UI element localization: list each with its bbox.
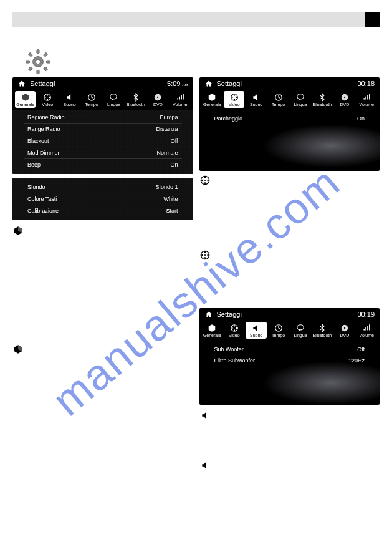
tab-row: Generale Video Suono Tempo Lingua Blueto… — [12, 90, 193, 110]
body-paragraph: . — [216, 460, 218, 469]
tab-tempo[interactable]: Tempo — [268, 91, 289, 108]
setting-row[interactable]: Colore TastiWhite — [24, 193, 182, 205]
setting-row[interactable]: Filtro Subwoofer120Hz — [211, 355, 369, 366]
svg-point-23 — [231, 97, 232, 98]
setting-row[interactable]: BeepOn — [24, 159, 182, 170]
settings-list: Regione RadioEuropa Range RadioDistanza … — [12, 110, 193, 174]
tab-bluetooth[interactable]: Bluetooth — [312, 322, 333, 339]
svg-rect-5 — [28, 52, 32, 57]
svg-point-37 — [204, 257, 206, 259]
setting-row[interactable]: Range RadioDistanza — [24, 124, 182, 135]
svg-rect-3 — [26, 61, 30, 63]
home-icon[interactable] — [17, 80, 26, 87]
svg-point-44 — [231, 327, 232, 329]
cube-icon — [12, 225, 24, 236]
setting-row[interactable]: ParcheggioOn — [211, 113, 369, 124]
tab-tempo[interactable]: Tempo — [268, 322, 289, 339]
setting-row[interactable]: BlackoutOff — [24, 135, 182, 147]
screenshot-generale-settings: Settaggi 5:09 AM Generale Video Suono Te… — [12, 77, 193, 174]
svg-point-46 — [297, 325, 304, 330]
svg-rect-7 — [28, 67, 32, 71]
speaker-icon — [199, 460, 211, 471]
tab-dvd[interactable]: DVD — [334, 322, 355, 339]
screen-time: 00:19 — [357, 311, 375, 318]
svg-rect-4 — [46, 61, 50, 63]
svg-point-32 — [201, 180, 203, 182]
screen-time: 00:18 — [357, 80, 375, 87]
svg-point-22 — [233, 99, 234, 100]
tab-volume[interactable]: Volume — [356, 91, 377, 108]
settings-list: SfondoSfondo 1 Colore TastiWhite Calibra… — [12, 178, 193, 220]
screen-title: Settaggi — [30, 80, 167, 87]
tab-generale[interactable]: Generale — [15, 91, 36, 108]
svg-point-36 — [207, 254, 209, 256]
svg-point-12 — [49, 97, 50, 98]
screenshot-generale-settings-lower: SfondoSfondo 1 Colore TastiWhite Calibra… — [12, 178, 193, 220]
svg-point-31 — [204, 182, 206, 184]
film-reel-icon — [199, 175, 211, 186]
body-paragraph: . — [216, 249, 218, 259]
tab-volume[interactable]: Volume — [170, 91, 190, 108]
body-paragraph: . — [29, 344, 31, 353]
body-paragraph: . — [216, 410, 218, 419]
setting-row[interactable]: Regione RadioEuropa — [24, 112, 182, 124]
tab-generale[interactable]: Generale — [202, 91, 222, 108]
tab-video[interactable]: Video — [224, 322, 244, 339]
screen-title: Settaggi — [217, 80, 358, 87]
tab-bluetooth[interactable]: Bluetooth — [125, 91, 146, 108]
tab-lingua[interactable]: Lingua — [290, 322, 310, 339]
gear-icon — [25, 49, 51, 77]
svg-point-14 — [44, 97, 45, 98]
tab-lingua[interactable]: Lingua — [290, 91, 310, 108]
home-icon[interactable] — [204, 80, 213, 87]
svg-point-42 — [236, 327, 237, 329]
svg-point-21 — [236, 97, 237, 98]
setting-row[interactable]: SfondoSfondo 1 — [24, 182, 182, 193]
tab-tempo[interactable]: Tempo — [81, 91, 102, 108]
svg-point-16 — [110, 94, 117, 99]
svg-point-27 — [344, 97, 345, 98]
svg-point-33 — [204, 180, 206, 181]
settings-list: Sub WooferOff Filtro Subwoofer120Hz — [199, 341, 380, 385]
speaker-icon — [199, 410, 211, 421]
svg-rect-1 — [37, 50, 39, 54]
tab-bluetooth[interactable]: Bluetooth — [312, 91, 333, 108]
tab-volume[interactable]: Volume — [356, 322, 377, 339]
tab-row: Generale Video Suono Tempo Lingua Blueto… — [199, 90, 380, 110]
screen-title: Settaggi — [217, 311, 358, 318]
svg-point-39 — [204, 254, 206, 256]
svg-point-38 — [201, 254, 203, 256]
svg-point-18 — [157, 97, 158, 98]
screen-time: 5:09 AM — [167, 80, 188, 87]
tab-video[interactable]: Video — [224, 91, 244, 108]
tab-suono[interactable]: Suono — [246, 322, 266, 339]
svg-point-13 — [47, 99, 48, 100]
screenshot-video-settings: Settaggi 00:18 Generale Video Suono Temp… — [199, 77, 380, 171]
setting-row[interactable]: Sub WooferOff — [211, 344, 369, 355]
svg-point-11 — [47, 94, 48, 95]
body-paragraph: . — [216, 175, 218, 184]
svg-point-30 — [207, 180, 209, 182]
tab-suono[interactable]: Suono — [246, 91, 266, 108]
tab-lingua[interactable]: Lingua — [103, 91, 124, 108]
body-paragraph: . — [29, 225, 31, 235]
home-icon[interactable] — [204, 311, 213, 318]
svg-point-9 — [36, 59, 41, 64]
svg-point-35 — [204, 251, 206, 253]
svg-point-41 — [233, 325, 234, 326]
setting-row[interactable]: CalibrazioneStart — [24, 205, 182, 216]
tab-dvd[interactable]: DVD — [334, 91, 355, 108]
tab-generale[interactable]: Generale — [202, 322, 222, 339]
document-header-bar — [12, 12, 380, 27]
svg-rect-8 — [44, 67, 48, 71]
film-reel-icon — [199, 249, 211, 261]
tab-suono[interactable]: Suono — [59, 91, 80, 108]
cube-icon — [12, 344, 24, 355]
svg-point-20 — [233, 94, 234, 95]
svg-point-25 — [297, 94, 304, 99]
tab-dvd[interactable]: DVD — [148, 91, 168, 108]
svg-point-43 — [233, 329, 234, 331]
tab-video[interactable]: Video — [37, 91, 57, 108]
setting-row[interactable]: Mod DimmerNormale — [24, 147, 182, 159]
svg-rect-6 — [44, 52, 48, 57]
